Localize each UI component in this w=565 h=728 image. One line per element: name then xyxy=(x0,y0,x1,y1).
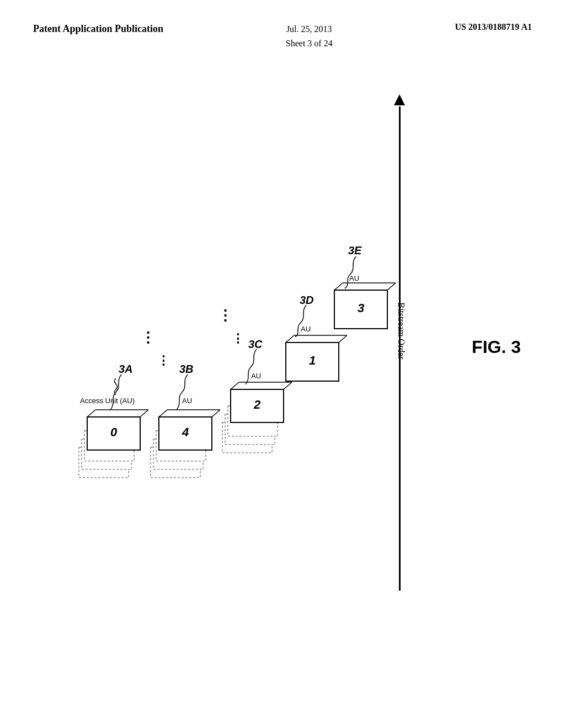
sheet-info: Sheet 3 of 24 xyxy=(286,39,333,48)
page-header: Patent Application Publication Jul. 25, … xyxy=(0,0,565,61)
svg-line-46 xyxy=(212,410,220,417)
svg-text:2: 2 xyxy=(253,398,261,411)
svg-line-54 xyxy=(334,283,343,290)
publication-date: Jul. 25, 2013 xyxy=(286,24,332,34)
svg-text:AU: AU xyxy=(182,397,192,405)
svg-text:Access Unit (AU): Access Unit (AU) xyxy=(80,397,135,405)
svg-line-51 xyxy=(286,335,294,342)
svg-text:AU: AU xyxy=(301,325,311,333)
svg-line-43 xyxy=(140,410,148,417)
svg-text:3: 3 xyxy=(358,301,364,315)
svg-line-55 xyxy=(387,283,396,290)
svg-text:1: 1 xyxy=(309,354,316,367)
svg-text:⋮: ⋮ xyxy=(232,331,246,345)
svg-text:AU: AU xyxy=(251,372,261,380)
svg-text:3C: 3C xyxy=(248,338,263,350)
main-content: Bitstream Order FIG. 3 3A Access Unit (A… xyxy=(0,61,565,695)
publication-date-sheet: Jul. 25, 2013 Sheet 3 of 24 xyxy=(286,22,333,50)
svg-line-42 xyxy=(87,410,95,417)
svg-text:⋮: ⋮ xyxy=(141,329,155,346)
svg-text:3E: 3E xyxy=(348,244,362,256)
svg-text:4: 4 xyxy=(182,425,189,439)
svg-line-45 xyxy=(159,410,167,417)
svg-text:AU: AU xyxy=(349,274,359,282)
patent-number: US 2013/0188719 A1 xyxy=(455,22,532,32)
svg-line-48 xyxy=(231,382,239,389)
svg-text:3B: 3B xyxy=(179,363,194,375)
publication-title: Patent Application Publication xyxy=(33,22,163,36)
svg-line-49 xyxy=(284,382,292,389)
svg-text:3D: 3D xyxy=(300,294,314,306)
figure-label: FIG. 3 xyxy=(472,337,521,357)
svg-line-52 xyxy=(339,335,347,342)
svg-text:⋮: ⋮ xyxy=(157,354,171,367)
diagram-svg: 3A Access Unit (AU) I₀ 0 0 0 3B AU P₄ 4 … xyxy=(30,72,406,651)
svg-text:0: 0 xyxy=(110,425,118,439)
svg-text:⋮: ⋮ xyxy=(218,307,232,324)
svg-text:3A: 3A xyxy=(119,363,133,375)
